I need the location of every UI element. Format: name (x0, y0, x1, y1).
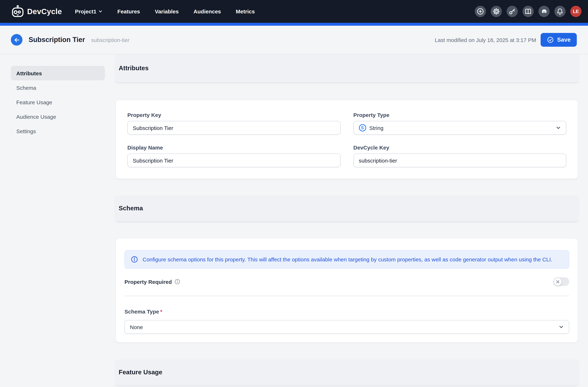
schema-divider (125, 296, 569, 296)
chevron-down-icon (556, 125, 561, 130)
property-type-select[interactable]: S String (353, 121, 566, 135)
nav-actions: LE (475, 6, 582, 17)
feature-usage-heading: Feature Usage (119, 368, 162, 376)
api-keys-button[interactable] (506, 6, 518, 17)
schema-section-header: Schema (114, 195, 579, 222)
display-name-label: Display Name (127, 145, 340, 150)
nav-link-audiences[interactable]: Audiences (194, 8, 221, 15)
save-button[interactable]: Save (540, 33, 577, 47)
last-modified-text: Last modified on July 16, 2025 at 3:17 P… (435, 37, 536, 43)
toggle-knob (554, 278, 562, 285)
brand-logo[interactable]: DevCycle (11, 4, 62, 18)
property-required-row: Property Required (125, 277, 569, 287)
brand-name: DevCycle (27, 7, 62, 16)
sidebar-item-schema[interactable]: Schema (11, 80, 105, 95)
property-required-toggle[interactable] (553, 277, 569, 286)
devcycle-key-field-group: DevCycle Key (353, 145, 566, 167)
display-name-input[interactable] (127, 153, 340, 167)
schema-banner-text: Configure schema options for this proper… (143, 256, 552, 263)
property-key-label: Property Key (127, 112, 340, 118)
devcycle-key-input[interactable] (353, 153, 566, 167)
main-content: Attributes Property Key Property Type S … (114, 54, 579, 386)
display-name-field-group: Display Name (127, 145, 340, 167)
project-selector[interactable]: Project1 (75, 8, 102, 15)
check-circle-icon (546, 36, 554, 43)
page: DevCycle Project1 Features Variables Aud… (0, 0, 588, 387)
settings-button[interactable] (491, 6, 502, 17)
devcycle-key-label: DevCycle Key (353, 145, 566, 150)
bell-icon (556, 8, 564, 15)
devcycle-robot-icon (11, 4, 25, 18)
property-required-label: Property Required (125, 279, 180, 285)
nav-link-features[interactable]: Features (117, 8, 140, 15)
sidebar-item-feature-usage[interactable]: Feature Usage (11, 95, 105, 109)
discord-icon (540, 8, 548, 15)
property-key-input[interactable] (127, 121, 340, 135)
notifications-button[interactable] (554, 6, 566, 17)
schema-type-select[interactable]: None (125, 320, 569, 334)
nav-link-metrics[interactable]: Metrics (236, 8, 255, 15)
header-right: Last modified on July 16, 2025 at 3:17 P… (435, 33, 577, 47)
page-title: Subscription Tier (29, 36, 85, 44)
feature-usage-section-header: Feature Usage (114, 360, 579, 386)
page-header: Subscription Tier subscription-tier Last… (0, 26, 588, 54)
nav-link-variables[interactable]: Variables (155, 8, 179, 15)
schema-card: Configure schema options for this proper… (116, 238, 578, 343)
info-icon[interactable] (174, 279, 180, 284)
user-avatar[interactable]: LE (570, 6, 582, 17)
create-button[interactable] (475, 6, 486, 17)
sidebar-item-audience-usage[interactable]: Audience Usage (11, 109, 105, 124)
schema-type-value: None (130, 324, 143, 330)
discord-button[interactable] (538, 6, 550, 17)
attributes-section-header: Attributes (114, 54, 579, 83)
accent-bar (0, 23, 588, 26)
chevron-down-icon (99, 9, 103, 13)
attributes-heading: Attributes (119, 64, 148, 72)
attributes-fields: Property Key Property Type S String (127, 112, 566, 167)
schema-type-label: Schema Type* (125, 308, 569, 315)
info-circle-icon (131, 256, 138, 263)
nav-links: Project1 Features Variables Audiences Me… (75, 8, 255, 15)
property-type-field-group: Property Type S String (353, 112, 566, 135)
required-asterisk: * (160, 308, 162, 315)
top-nav: DevCycle Project1 Features Variables Aud… (0, 0, 588, 23)
page-key: subscription-tier (91, 37, 129, 43)
x-icon (556, 280, 559, 283)
property-type-value: String (369, 125, 383, 131)
gear-icon (492, 8, 500, 15)
content-layout: Attributes Schema Feature Usage Audience… (0, 54, 588, 386)
property-key-field-group: Property Key (127, 112, 340, 135)
docs-button[interactable] (523, 6, 534, 17)
schema-heading: Schema (119, 205, 143, 212)
sidebar-item-attributes[interactable]: Attributes (11, 66, 105, 80)
plus-circle-icon (477, 8, 484, 15)
sidebar-item-settings[interactable]: Settings (11, 124, 105, 138)
sidebar: Attributes Schema Feature Usage Audience… (11, 66, 105, 138)
arrow-left-icon (14, 37, 20, 43)
attributes-card: Property Key Property Type S String (116, 100, 578, 179)
chevron-down-icon (559, 324, 564, 329)
back-button[interactable] (11, 34, 22, 46)
book-icon (524, 8, 532, 15)
schema-info-banner: Configure schema options for this proper… (125, 250, 569, 269)
property-type-label: Property Type (353, 112, 566, 118)
key-icon (508, 8, 516, 15)
string-type-icon: S (359, 124, 366, 131)
